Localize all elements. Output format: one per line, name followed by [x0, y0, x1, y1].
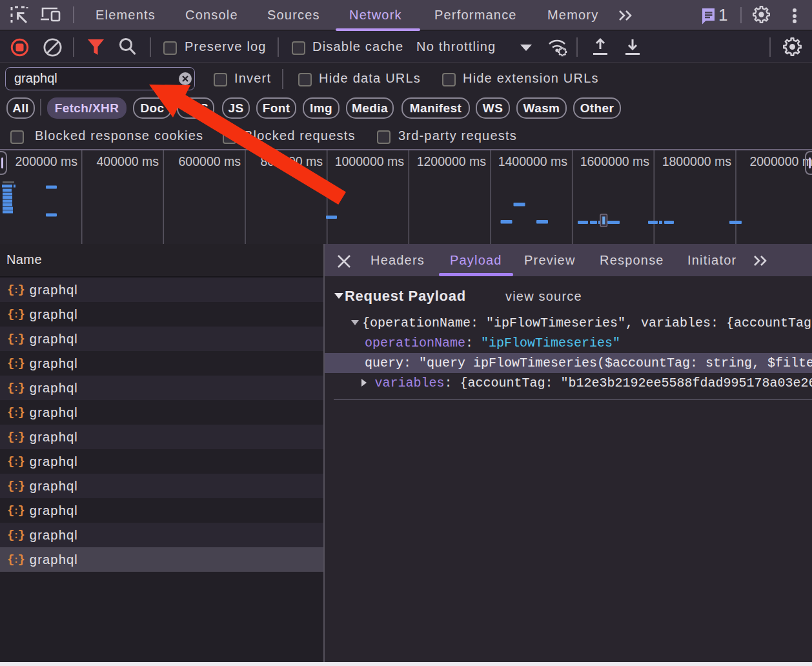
svg-text:1800000 ms: 1800000 ms	[662, 154, 732, 168]
svg-text:800000 ms: 800000 ms	[261, 154, 323, 168]
svg-text:1600000 ms: 1600000 ms	[580, 154, 650, 168]
svg-text:600000 ms: 600000 ms	[179, 154, 241, 168]
svg-text:1200000 ms: 1200000 ms	[417, 154, 487, 168]
svg-text:2000000 m: 2000000 m	[749, 154, 812, 168]
svg-text:1400000 ms: 1400000 ms	[498, 154, 568, 168]
svg-text:1000000 ms: 1000000 ms	[335, 154, 405, 168]
svg-text:400000 ms: 400000 ms	[97, 154, 159, 168]
svg-text:200000 ms: 200000 ms	[15, 154, 78, 168]
